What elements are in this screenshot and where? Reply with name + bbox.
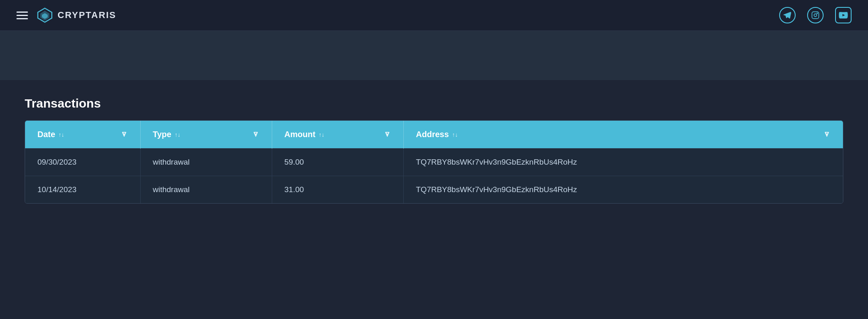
instagram-icon[interactable]: [807, 7, 824, 23]
header-left: CRYPTARIS: [16, 7, 116, 24]
sort-icon-amount[interactable]: ↑↓: [319, 131, 324, 138]
col-header-date[interactable]: Date ↑↓ ⛛: [25, 121, 140, 149]
cell-type: withdrawal: [140, 176, 272, 204]
sort-icon-date[interactable]: ↑↓: [58, 131, 64, 138]
filter-icon-date[interactable]: ⛛: [121, 131, 128, 139]
telegram-icon[interactable]: [779, 7, 796, 23]
svg-rect-3: [812, 12, 819, 19]
col-label-address: Address: [416, 130, 449, 139]
filter-icon-address[interactable]: ⛛: [824, 131, 831, 139]
table-row: 10/14/2023withdrawal31.00TQ7RBY8bsWKr7vH…: [25, 176, 843, 204]
col-header-type[interactable]: Type ↑↓ ⛛: [140, 121, 272, 149]
cell-type: withdrawal: [140, 149, 272, 176]
transactions-body: 09/30/2023withdrawal59.00TQ7RBY8bsWKr7vH…: [25, 149, 843, 204]
cell-amount: 59.00: [272, 149, 403, 176]
transactions-table: Date ↑↓ ⛛ Type ↑↓ ⛛: [25, 121, 843, 203]
col-header-address[interactable]: Address ↑↓ ⛛: [403, 121, 843, 149]
cell-address: TQ7RBY8bsWKr7vHv3n9GbEzknRbUs4RoHz: [403, 176, 843, 204]
sort-icon-type[interactable]: ↑↓: [175, 131, 181, 138]
svg-point-4: [814, 14, 817, 17]
logo-area: CRYPTARIS: [36, 7, 116, 24]
hamburger-menu[interactable]: [16, 11, 28, 19]
cell-date: 09/30/2023: [25, 149, 140, 176]
svg-point-5: [817, 13, 818, 14]
col-label-amount: Amount: [285, 130, 316, 139]
table-header: Date ↑↓ ⛛ Type ↑↓ ⛛: [25, 121, 843, 149]
main-content: Transactions Date ↑↓ ⛛: [0, 80, 868, 220]
col-header-amount[interactable]: Amount ↑↓ ⛛: [272, 121, 403, 149]
transactions-table-wrapper: Date ↑↓ ⛛ Type ↑↓ ⛛: [25, 120, 843, 204]
filter-icon-amount[interactable]: ⛛: [384, 131, 391, 139]
main-header: CRYPTARIS: [0, 0, 868, 31]
cell-date: 10/14/2023: [25, 176, 140, 204]
section-title: Transactions: [25, 96, 843, 110]
filter-icon-type[interactable]: ⛛: [252, 131, 259, 139]
hero-area: [0, 31, 868, 80]
logo-icon: [36, 7, 53, 24]
cell-address: TQ7RBY8bsWKr7vHv3n9GbEzknRbUs4RoHz: [403, 149, 843, 176]
youtube-icon[interactable]: [835, 7, 852, 23]
cell-amount: 31.00: [272, 176, 403, 204]
table-row: 09/30/2023withdrawal59.00TQ7RBY8bsWKr7vH…: [25, 149, 843, 176]
logo-text: CRYPTARIS: [58, 10, 116, 21]
sort-icon-address[interactable]: ↑↓: [452, 131, 458, 138]
header-right: [779, 7, 852, 23]
col-label-type: Type: [153, 130, 171, 139]
col-label-date: Date: [37, 130, 55, 139]
